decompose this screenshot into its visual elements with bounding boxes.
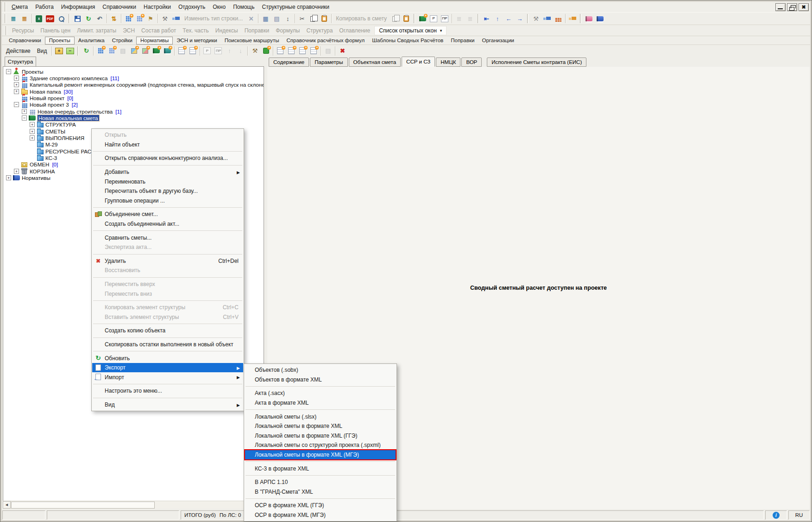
sm-objects-sobx[interactable]: Объектов (.sobx) — [245, 365, 396, 375]
tree-novyi-proekt[interactable]: Новый проект[0] — [3, 95, 264, 101]
expand-toggle-icon[interactable]: + — [6, 175, 11, 180]
rtab-ssr-i-sz[interactable]: ССР и СЗ — [402, 57, 435, 67]
expand-toggle-icon[interactable]: + — [14, 89, 19, 94]
sm-objects-xml[interactable]: Объектов в формате XML — [245, 375, 396, 385]
book-star-icon[interactable]: + — [417, 13, 428, 24]
collapse-toggle-icon[interactable]: − — [6, 69, 11, 74]
scroll-left-icon[interactable]: ◀ — [3, 501, 11, 509]
rtab-nmck[interactable]: НМЦК — [436, 57, 460, 67]
cm-view[interactable]: Вид▶ — [92, 400, 243, 410]
move-down-icon[interactable]: ↓ — [235, 45, 246, 56]
indent-right-icon[interactable]: → — [514, 13, 525, 24]
add-estimate-icon[interactable]: + — [151, 45, 162, 56]
sm-act-sacx[interactable]: Акта (.sacx) — [245, 388, 396, 398]
save-icon[interactable] — [72, 13, 83, 24]
menu-smeta[interactable]: Смета — [8, 2, 31, 12]
collapse-toggle-icon[interactable]: − — [14, 102, 19, 107]
status-info-cell[interactable]: i — [765, 510, 787, 520]
cm-add[interactable]: Добавить▶ — [92, 167, 243, 177]
add-picture2-icon[interactable]: + — [139, 45, 151, 56]
tree-novaya-papka[interactable]: +Новая папка[30] — [3, 88, 264, 95]
cm-import[interactable]: Импорт▶ — [92, 372, 243, 382]
cm-recalc-to-base[interactable]: Пересчитать объект в другую базу... — [92, 186, 243, 196]
add-project-icon[interactable]: + — [95, 45, 106, 56]
rtab-vor[interactable]: ВОР — [461, 57, 482, 67]
p-doc-icon[interactable]: Р — [201, 45, 213, 56]
cm-create-merged-act[interactable]: Создать объединенный акт... — [92, 219, 243, 229]
tab-normativy[interactable]: Нормативы — [136, 37, 173, 45]
sm-arps-110[interactable]: В АРПС 1.10 — [245, 477, 396, 487]
cm-delete[interactable]: ✖УдалитьCtrl+Del — [92, 256, 243, 266]
add-act2-icon[interactable]: + — [187, 45, 198, 56]
cm-find-object[interactable]: Найти объект — [92, 140, 243, 150]
tab-struktura[interactable]: Структура — [5, 57, 36, 66]
sm-osr-xml-mge[interactable]: ОСР в формате XML (МГЭ) — [245, 510, 396, 520]
delete-row-icon[interactable]: ✕ — [245, 13, 257, 24]
calc-chip-1-icon[interactable]: + — [275, 45, 286, 56]
cm-group-operations[interactable]: Групповые операции ... — [92, 196, 243, 206]
clipboard-icon[interactable] — [401, 13, 412, 24]
cm-compare-estimates[interactable]: Сравнить сметы... — [92, 233, 243, 242]
outdent-left-icon[interactable]: ← — [503, 13, 514, 24]
menu-informatsiya[interactable]: Информация — [57, 2, 99, 12]
menu-pomoshch[interactable]: Помощь — [229, 2, 258, 12]
rtab-soderzhanie[interactable]: Содержание — [269, 57, 309, 67]
add-picture-icon[interactable]: + — [128, 45, 139, 56]
refresh-icon[interactable]: ↻ — [81, 45, 92, 56]
cm-merge-estimates[interactable]: Объединение смет... — [92, 210, 243, 219]
menu-vid[interactable]: Вид — [34, 47, 50, 55]
paste-icon[interactable] — [319, 13, 330, 24]
add-object-icon[interactable]: + — [106, 45, 117, 56]
tab-stroyki[interactable]: Стройки — [108, 37, 136, 44]
expand-toggle-icon[interactable]: + — [22, 109, 27, 114]
sm-local-estimate-xml-mge[interactable]: Локальной сметы в формате XML (МГЭ) — [245, 450, 396, 460]
add-position-icon[interactable]: + — [123, 13, 134, 24]
collapse-toggle-icon[interactable]: − — [22, 115, 27, 121]
expand-toggle-icon[interactable]: + — [30, 135, 35, 140]
undo-icon[interactable]: ↶ — [94, 13, 105, 24]
machine-view-icon[interactable] — [170, 13, 182, 24]
sm-local-estimate-xml[interactable]: Локальной сметы в формате XML — [245, 421, 396, 431]
restore-button[interactable] — [787, 3, 797, 11]
truck-icon[interactable] — [541, 13, 553, 24]
close-button[interactable]: ✖ — [799, 3, 809, 11]
outdent-first-icon[interactable]: ⇤ — [481, 13, 492, 24]
book-pink-icon[interactable] — [583, 13, 594, 24]
minimize-button[interactable] — [775, 3, 786, 11]
sm-ks3-xml[interactable]: КС-3 в формате XML — [245, 464, 396, 473]
tree-novyi-proekt-3[interactable]: −Новый проект 3[2] — [3, 102, 264, 108]
search-icon[interactable] — [56, 13, 67, 24]
calc-chip-2-icon[interactable]: + — [286, 45, 297, 56]
bricks-icon[interactable] — [553, 13, 564, 24]
tree-novaya-ochered-stroitelstva[interactable]: +Новая очередь строительства[1] — [3, 108, 264, 115]
tree-novaya-lokalnaya-smeta[interactable]: −Новая локальная смета — [3, 115, 264, 121]
tree-edit-icon[interactable]: ≣ — [453, 13, 465, 24]
calc-icon[interactable]: ▦ — [260, 13, 271, 24]
resource-view-icon[interactable]: ⚒ — [159, 13, 170, 24]
cm-rename[interactable]: Переименовать — [92, 177, 243, 186]
copy-icon[interactable] — [308, 13, 319, 24]
doc-edit-icon[interactable]: ▤ — [271, 13, 282, 24]
tree-horizontal-scrollbar[interactable]: ◀ ▶ — [3, 501, 263, 509]
scrollbar-thumb[interactable] — [11, 502, 155, 509]
menu-nastroyki[interactable]: Настройки — [140, 2, 175, 12]
cm-refresh[interactable]: ↻Обновить — [92, 353, 243, 363]
pdf-export-icon[interactable]: PDF — [44, 13, 56, 24]
expand-toggle-icon[interactable]: + — [14, 169, 19, 174]
cm-open-konyunktura[interactable]: Открыть справочник конъюнктурного анализ… — [92, 153, 243, 163]
folder-expand-icon[interactable]: + — [53, 45, 64, 56]
cut-icon[interactable]: ✂ — [296, 13, 308, 24]
doc-plain-icon[interactable]: ▤ — [322, 45, 334, 56]
cm-export[interactable]: Экспорт▶ — [92, 363, 243, 373]
menu-spravochniki[interactable]: Справочники — [99, 2, 140, 12]
add-estimate2-icon[interactable]: + — [162, 45, 173, 56]
tree-zdanie-sportivnogo-kompleksa[interactable]: +Здание спортивного комплекса[11] — [3, 75, 264, 81]
menu-rabota[interactable]: Работа — [31, 2, 57, 12]
sm-local-estimate-spxml[interactable]: Локальной сметы со структурой проекта (.… — [245, 440, 396, 450]
book-blue-icon[interactable] — [594, 13, 605, 24]
menu-otdokhnut[interactable]: Отдохнуть — [175, 2, 209, 12]
menu-strukturnye-spravochniki[interactable]: Структурные справочники — [258, 2, 333, 12]
move-up-icon[interactable]: ↑ — [224, 45, 235, 56]
sm-act-xml[interactable]: Акта в формате XML — [245, 398, 396, 408]
sm-osr-xml-gge[interactable]: ОСР в формате XML (ГГЭ) — [245, 501, 396, 510]
